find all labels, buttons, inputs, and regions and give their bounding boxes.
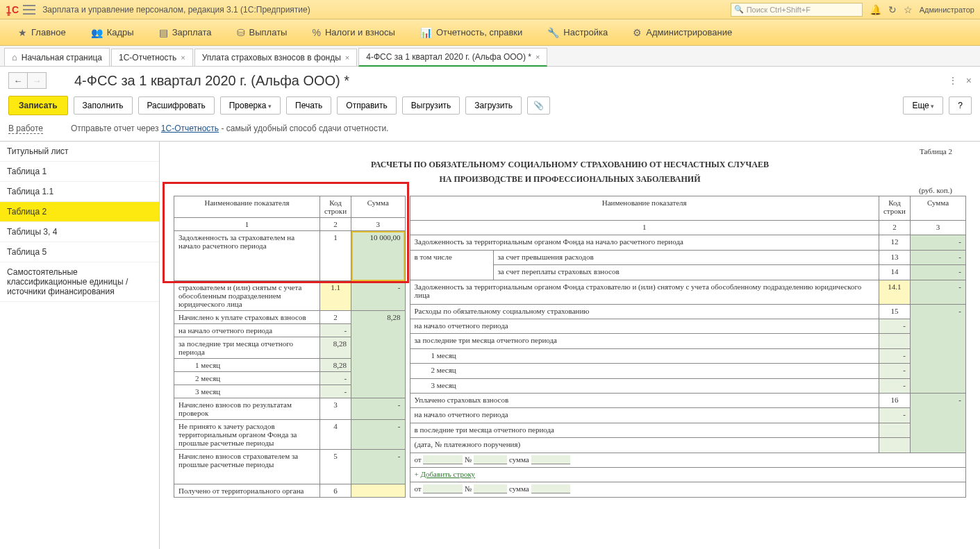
menu-kadry[interactable]: 👥Кадры [78,19,147,45]
left-table: Наименование показателя Код строки Сумма… [174,196,406,498]
tab-4fss[interactable]: 4-ФСС за 1 квартал 2020 г. (Альфа ООО) *… [358,48,547,67]
import-button[interactable]: Загрузить [465,96,522,115]
tab-insurance-payments[interactable]: Уплата страховых взносов в фонды× [194,49,358,66]
save-button[interactable]: Записать [8,96,68,115]
sum-field[interactable] [531,455,571,464]
row1-name: Задолженность за страхователем на начало… [174,231,320,281]
history-icon[interactable]: ↻ [888,4,897,15]
sum-field[interactable] [531,484,571,493]
sidebar: Титульный лист Таблица 1 Таблица 1.1 Таб… [0,142,160,549]
export-button[interactable]: Выгрузить [402,96,460,115]
add-row: + Добавить строку [410,467,966,482]
sidebar-item-units[interactable]: Самостоятельные классификационные единиц… [0,262,159,302]
close-icon[interactable]: × [966,75,972,86]
report-title-2: НА ПРОИЗВОДСТВЕ И ПРОФЕССИОНАЛЬНЫХ ЗАБОЛ… [174,174,966,185]
right-table: Наименование показателя Код строки Сумма… [410,196,967,498]
paperclip-icon: 📎 [533,101,544,110]
status-bar: В работе Отправьте отчет через 1С-Отчетн… [0,121,980,141]
report-area[interactable]: Таблица 2 РАСЧЕТЫ ПО ОБЯЗАТЕЛЬНОМУ СОЦИА… [160,142,980,549]
more-icon[interactable]: ⋮ [948,75,958,86]
report-title-1: РАСЧЕТЫ ПО ОБЯЗАТЕЛЬНОМУ СОЦИАЛЬНОМУ СТР… [174,160,966,170]
close-icon[interactable]: × [345,53,349,62]
search-input[interactable]: Поиск Ctrl+Shift+F [731,3,863,17]
chart-icon: 📊 [420,27,432,38]
toolbar: Записать Заполнить Расшифровать Проверка… [0,93,980,121]
list-icon: ▤ [159,27,168,38]
main-menu: ★Главное 👥Кадры ▤Зарплата ⛁Выплаты %Нало… [0,19,980,46]
table-label: Таблица 2 [174,147,952,155]
th-sum: Сумма [351,196,405,218]
people-icon: 👥 [91,27,103,38]
payment-row: от № сумма [410,453,966,467]
payment-row-2: от № сумма [410,482,966,498]
status-label[interactable]: В работе [8,124,43,134]
tab-home[interactable]: Начальная страница [4,48,110,66]
num-field[interactable] [474,455,507,464]
sidebar-item-table1[interactable]: Таблица 1 [0,162,159,182]
menu-payments[interactable]: ⛁Выплаты [224,19,300,45]
sidebar-item-table2[interactable]: Таблица 2 [0,202,159,222]
nav-forward-button[interactable]: → [27,72,47,89]
num-field[interactable] [474,484,507,493]
menu-taxes[interactable]: %Налоги и взносы [299,19,408,45]
star-icon: ★ [18,27,27,38]
menu-salary[interactable]: ▤Зарплата [147,19,224,45]
attach-button[interactable]: 📎 [527,96,550,115]
menu-settings[interactable]: 🔧Настройка [535,19,620,45]
check-button[interactable]: Проверка [220,96,281,115]
app-header: 1͇C Зарплата и управление персоналом, ре… [0,0,980,19]
sidebar-item-table3-4[interactable]: Таблицы 3, 4 [0,222,159,242]
row1-1-name: страхователем и (или) снятым с учета обо… [174,281,320,311]
sidebar-item-table5[interactable]: Таблица 5 [0,242,159,262]
th-name: Наименование показателя [174,196,320,218]
gear-icon: ⚙ [633,27,642,38]
sidebar-item-table1-1[interactable]: Таблица 1.1 [0,182,159,202]
add-row-link[interactable]: Добавить строку [420,470,475,478]
coins-icon: ⛁ [237,27,245,38]
date-field[interactable] [423,455,463,464]
percent-icon: % [312,27,320,38]
plus-icon: + [415,470,419,478]
date-field[interactable] [423,484,463,493]
tab-bar: Начальная страница 1С-Отчетность× Уплата… [0,46,980,67]
nav-back-button[interactable]: ← [8,72,28,89]
user-label[interactable]: Администратор [920,6,974,14]
row1-sum-cell[interactable]: 10 000,00 [351,231,405,281]
row2-name: Начислено к уплате страховых взносов [174,311,320,324]
bell-icon[interactable]: 🔔 [870,4,881,15]
close-icon[interactable]: × [535,53,540,61]
app-title: Зарплата и управление персоналом, редакц… [42,5,310,15]
main-content: Титульный лист Таблица 1 Таблица 1.1 Таб… [0,141,980,549]
page-header: ← → 4-ФСС за 1 квартал 2020 г. (Альфа ОО… [0,67,980,93]
tab-1c-reporting[interactable]: 1С-Отчетность× [111,49,193,66]
menu-reports[interactable]: 📊Отчетность, справки [408,19,535,45]
menu-admin[interactable]: ⚙Администрирование [620,19,745,45]
print-button[interactable]: Печать [286,96,331,115]
1c-reporting-link[interactable]: 1С-Отчетность [161,124,219,133]
app-logo: 1͇C [6,4,19,15]
star-icon[interactable]: ☆ [904,4,913,15]
menu-toggle-icon[interactable] [23,5,35,15]
decode-button[interactable]: Расшифровать [138,96,215,115]
page-title: 4-ФСС за 1 квартал 2020 г. (Альфа ООО) * [74,73,349,89]
close-icon[interactable]: × [181,53,185,62]
more-button[interactable]: Еще [903,96,943,115]
report-unit: (руб. коп.) [174,186,952,194]
status-hint: Отправьте отчет через 1С-Отчетность - са… [71,124,388,134]
menu-main[interactable]: ★Главное [6,19,78,45]
th-code: Код строки [320,196,351,218]
fill-button[interactable]: Заполнить [74,96,133,115]
wrench-icon: 🔧 [547,27,559,38]
sidebar-item-title-page[interactable]: Титульный лист [0,142,159,162]
send-button[interactable]: Отправить [337,96,397,115]
help-button[interactable]: ? [949,96,972,115]
